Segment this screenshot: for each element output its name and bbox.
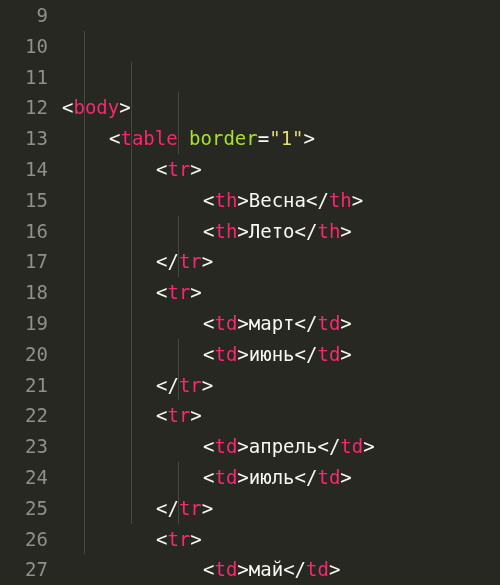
code-line[interactable]: <td>июль</td> (62, 462, 500, 493)
code-line[interactable]: <td>май</td> (62, 554, 500, 585)
line-number: 11 (0, 62, 48, 93)
code-line[interactable]: <table border="1"> (62, 123, 500, 154)
code-line[interactable]: <th>Лето</th> (62, 216, 500, 247)
line-number: 13 (0, 123, 48, 154)
line-number: 22 (0, 400, 48, 431)
line-number: 27 (0, 554, 48, 585)
line-number: 16 (0, 216, 48, 247)
code-line[interactable]: </tr> (62, 370, 500, 401)
code-line[interactable]: <tr> (62, 154, 500, 185)
code-line[interactable]: <tr> (62, 400, 500, 431)
line-number: 17 (0, 246, 48, 277)
line-number: 23 (0, 431, 48, 462)
line-number: 21 (0, 370, 48, 401)
code-line[interactable]: <body> (62, 92, 500, 123)
line-number: 10 (0, 31, 48, 62)
line-number-gutter: 9101112131415161718192021222324252627 (0, 0, 62, 585)
code-line[interactable]: <td>апрель</td> (62, 431, 500, 462)
code-line[interactable]: <tr> (62, 277, 500, 308)
code-editor[interactable]: 9101112131415161718192021222324252627 <b… (0, 0, 500, 585)
code-line[interactable]: <td>июнь</td> (62, 339, 500, 370)
code-area[interactable]: <body><table border="1"><tr><th>Весна</t… (62, 0, 500, 585)
code-line[interactable]: <th>Весна</th> (62, 185, 500, 216)
line-number: 19 (0, 308, 48, 339)
line-number: 15 (0, 185, 48, 216)
line-number: 20 (0, 339, 48, 370)
code-line[interactable]: <tr> (62, 524, 500, 555)
line-number: 26 (0, 524, 48, 555)
code-line[interactable]: <td>март</td> (62, 308, 500, 339)
line-number: 12 (0, 92, 48, 123)
code-line[interactable]: </tr> (62, 246, 500, 277)
line-number: 18 (0, 277, 48, 308)
line-number: 14 (0, 154, 48, 185)
line-number: 25 (0, 493, 48, 524)
code-line[interactable]: </tr> (62, 493, 500, 524)
line-number: 24 (0, 462, 48, 493)
line-number: 9 (0, 0, 48, 31)
